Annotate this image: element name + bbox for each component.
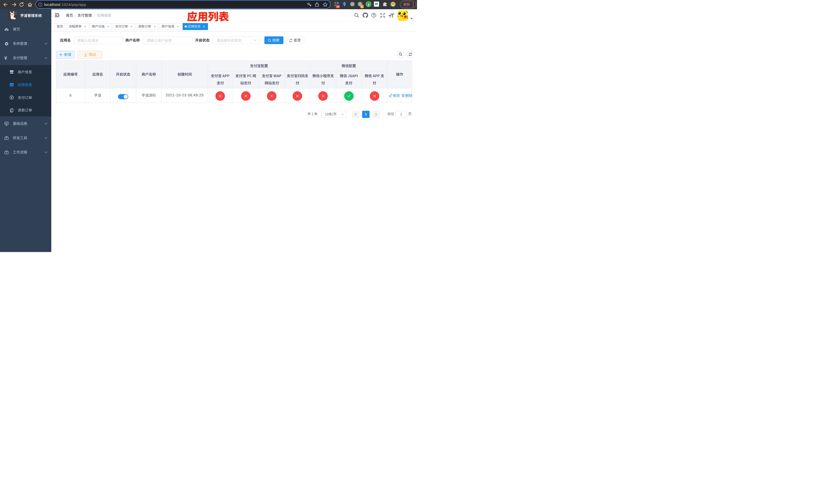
svg-text:y: y — [368, 2, 370, 6]
svg-text:1: 1 — [361, 5, 363, 8]
svg-text:10: 10 — [336, 5, 339, 8]
